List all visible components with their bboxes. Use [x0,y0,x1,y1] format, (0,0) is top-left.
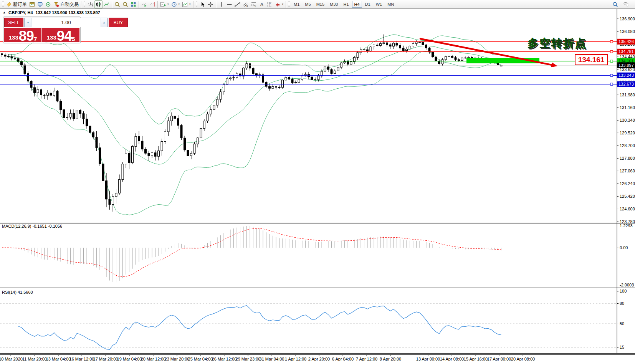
timeframe-button-M15[interactable]: M15 [314,1,327,8]
templates-button[interactable]: ▾ [181,0,192,8]
toolbar-right-group [611,0,634,8]
price-tick-label: 136.900 [620,17,635,21]
bollinger-bands [8,35,501,215]
zoom-out-button[interactable] [121,0,129,8]
timeframe-button-M30[interactable]: M30 [327,1,340,8]
price-tick-label: 130.340 [620,118,635,122]
equidistant-channel-button[interactable]: E [241,0,250,8]
chat-icon [623,2,630,7]
price-tick-label: 127.880 [620,156,635,160]
timeframe-button-D1[interactable]: D1 [363,1,373,8]
candlestick-chart-button[interactable] [94,0,103,8]
toolbar-separator [216,1,216,8]
crosshair-button[interactable] [207,0,215,8]
sell-button[interactable]: SELL [4,18,23,27]
auto-trading-icon [53,2,59,7]
rsi-axis-label: 50 [620,321,624,326]
price-tick-label: 125.420 [620,194,635,199]
arrows-icon [275,2,281,7]
bar-chart-button[interactable] [86,0,94,8]
chat-button[interactable] [622,0,631,8]
dropdown-caret-icon: ▾ [179,3,180,6]
auto-trading-button[interactable]: 自动交易 [52,0,80,8]
template-icon [182,2,188,7]
price-tick-label: 126.240 [620,181,635,186]
timeframe-button-H1[interactable]: H1 [341,1,351,8]
zoom-in-button[interactable] [113,0,121,8]
time-axis: 10 Mar 202011 Mar 20:0013 Mar 04:0016 Ma… [0,355,535,362]
text-button[interactable]: A [258,0,266,8]
sell-price-big: 89 [19,30,34,42]
candlestick-chart-icon [96,2,101,7]
chart-shift-button[interactable] [148,0,156,8]
periods-button[interactable]: ▾ [170,0,181,8]
expert-advisors-button[interactable] [36,0,44,8]
symbol-ohlc-values: 133.842 133.900 133.838 133.897 [36,10,100,15]
svg-text:T: T [269,3,271,7]
volume-increase-button[interactable]: ▲ [101,18,107,27]
volume-input[interactable] [31,18,101,27]
one-click-trading-panel: SELL ▼ ▲ BUY 133 89 7 133 94 5 [3,17,81,43]
chart-window-button[interactable] [28,0,36,8]
text-label-button[interactable]: T [266,0,274,8]
timeframe-button-M5[interactable]: M5 [303,1,313,8]
time-axis-label: 17 Mar 20:00 [93,357,118,361]
sell-price-sup: 7 [34,36,37,42]
macd-axis-label: 0.00 [620,245,628,250]
time-axis-label: 20 Apr 08:00 [511,357,535,361]
volume-stepper: ▼ ▲ [24,18,108,27]
dropdown-caret-icon: ▾ [189,3,191,6]
macd-axis-label: -2.0003 [620,283,634,287]
fibonacci-button[interactable]: F [250,0,258,8]
timeframe-button-H4[interactable]: H4 [352,1,362,8]
tile-windows-icon [131,2,136,7]
volume-decrease-button[interactable]: ▼ [25,18,31,27]
collapse-panel-icon[interactable]: ▲ [3,11,6,14]
line-chart-button[interactable] [103,0,111,8]
macd-axis-label: 1.2293 [620,223,633,228]
time-axis-label: 25 Mar 04:00 [188,357,213,361]
timeframe-button-MN[interactable]: MN [385,1,396,8]
signals-button[interactable] [44,0,52,8]
line-handle[interactable] [610,40,613,43]
price-badge-label: 132.673 [618,82,634,86]
timeframe-button-W1[interactable]: W1 [374,1,385,8]
line-handle[interactable] [610,50,613,53]
chart-area[interactable]: 136.900136.080135.260134.440133.620132.8… [0,0,635,364]
timeframe-button-M1[interactable]: M1 [291,1,302,8]
zoom-out-icon [122,2,128,7]
dropdown-caret-icon: ▾ [282,3,284,6]
price-tick-label: 131.980 [620,93,635,97]
toolbar-grip [196,2,197,7]
price-tick-label: 127.060 [620,169,635,173]
text-a-icon: A [259,2,265,7]
line-handle[interactable] [610,74,613,76]
line-handle[interactable] [610,60,613,62]
line-chart-icon [104,2,109,7]
buy-price-display[interactable]: 133 94 5 [42,28,79,42]
trendline-button[interactable] [233,0,241,8]
vertical-line-button[interactable] [217,0,225,8]
price-tick-label: 124.600 [620,207,635,211]
cursor-button[interactable] [198,0,207,8]
text-label-icon: T [267,2,273,7]
computer-icon [37,2,43,7]
auto-scroll-button[interactable] [140,0,148,8]
sell-price-display[interactable]: 133 89 7 [4,28,41,42]
indicators-button[interactable]: ▾ [159,0,170,8]
search-button[interactable] [611,0,619,8]
search-icon [612,2,618,7]
horizontal-line-button[interactable] [225,0,233,8]
time-axis-label: 8 Apr 20:00 [380,357,401,361]
time-axis-label: 31 Mar 04:00 [260,357,284,361]
line-handle[interactable] [610,83,613,85]
buy-button[interactable]: BUY [109,18,128,27]
new-order-button[interactable]: 新订单 [5,0,28,8]
tile-windows-button[interactable] [129,0,137,8]
price-tick-label: 131.160 [620,105,635,110]
turning-point-annotation[interactable]: 多空转折点 [528,37,587,49]
time-axis-label: 13 Apr 00:00 [416,357,440,361]
arrows-button[interactable]: ▾ [274,0,285,8]
toolbar-separator [139,1,139,8]
mt4-terminal: { "icons": {"collapse":"▲","caret":"▾","… [0,0,635,364]
